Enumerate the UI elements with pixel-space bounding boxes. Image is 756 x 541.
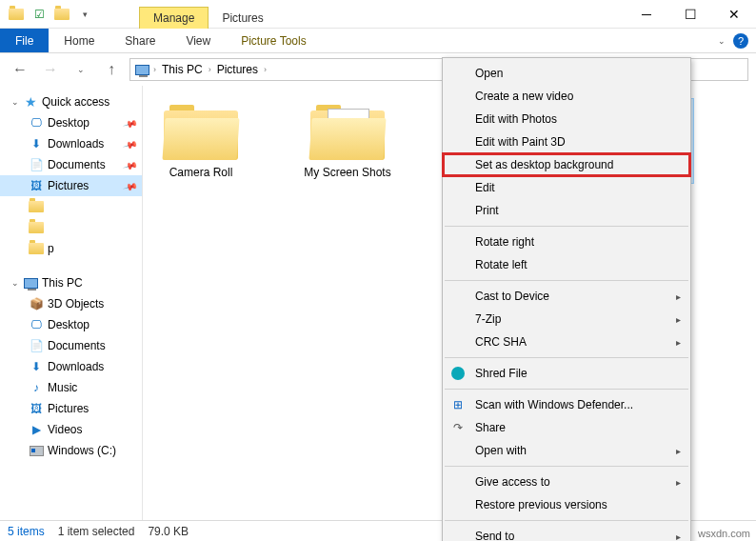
qat-dropdown-icon[interactable]: ▾ (74, 4, 95, 25)
context-menu-label: Restore previous versions (475, 498, 607, 511)
context-menu-restore-previous-versions[interactable]: Restore previous versions (443, 493, 690, 516)
context-menu-label: CRC SHA (475, 335, 527, 349)
pin-icon: 📌 (123, 136, 138, 151)
sidebar-item-videos[interactable]: ▶Videos (0, 419, 142, 440)
3d-icon: 📦 (29, 296, 44, 311)
context-menu-separator (445, 226, 688, 227)
back-button[interactable]: ← (8, 57, 32, 82)
context-menu-label: Set as desktop background (475, 158, 613, 171)
picture-tools-tab[interactable]: Picture Tools (226, 29, 321, 52)
documents-icon: 📄 (29, 338, 44, 353)
sidebar-item-label: Pictures (48, 179, 89, 192)
sidebar-item-pictures[interactable]: 🖼Pictures📌 (0, 175, 142, 196)
context-menu-open[interactable]: Open (443, 62, 690, 85)
context-menu-cast-to-device[interactable]: Cast to Device (443, 285, 690, 308)
context-menu-scan-with-windows-defender-[interactable]: ⊞Scan with Windows Defender... (443, 393, 690, 416)
up-button[interactable]: ↑ (99, 57, 124, 82)
expand-icon[interactable]: ⌄ (11, 97, 19, 107)
address-pc-icon (134, 62, 149, 77)
qat-open-icon[interactable] (51, 4, 72, 25)
quick-access-toolbar: ☑ ▾ (0, 4, 101, 25)
contextual-tab-area: Manage Pictures (139, 0, 277, 29)
share-tab[interactable]: Share (109, 29, 170, 52)
quick-access-node[interactable]: ⌄ ★ Quick access (0, 91, 142, 112)
sidebar-recent-folder[interactable]: p (0, 238, 142, 259)
navigation-pane: ⌄ ★ Quick access 🖵Desktop📌⬇Downloads📌📄Do… (0, 86, 143, 520)
context-menu-shred-file[interactable]: Shred File (443, 362, 690, 385)
pin-icon: 📌 (123, 178, 138, 193)
context-menu-label: Scan with Windows Defender... (475, 398, 633, 411)
sidebar-recent-folder[interactable] (0, 217, 142, 238)
folder-icon (310, 103, 385, 160)
sidebar-item-windows-c-[interactable]: Windows (C:) (0, 440, 142, 461)
context-menu-separator (445, 520, 688, 521)
view-tab[interactable]: View (170, 29, 226, 52)
sidebar-item-documents[interactable]: 📄Documents (0, 335, 142, 356)
sidebar-item-desktop[interactable]: 🖵Desktop (0, 314, 142, 335)
expand-icon[interactable]: ⌄ (11, 278, 19, 288)
help-icon[interactable]: ? (733, 33, 748, 49)
context-menu-7-zip[interactable]: 7-Zip (443, 308, 690, 331)
pc-icon (23, 275, 38, 291)
folder-icon (164, 103, 238, 160)
sidebar-item-music[interactable]: ♪Music (0, 377, 142, 398)
chevron-icon[interactable]: › (264, 65, 267, 74)
breadcrumb-this-pc[interactable]: This PC (160, 63, 205, 76)
context-menu-edit-with-paint-3d[interactable]: Edit with Paint 3D (443, 130, 690, 153)
close-button[interactable]: ✕ (712, 0, 756, 29)
sidebar-item-pictures[interactable]: 🖼Pictures (0, 398, 142, 419)
sidebar-item-label: Videos (48, 423, 82, 436)
qat-properties-icon[interactable]: ☑ (29, 4, 50, 25)
context-menu-label: Shred File (475, 367, 527, 380)
sidebar-item-desktop[interactable]: 🖵Desktop📌 (0, 112, 142, 133)
pictures-icon: 🖼 (29, 178, 44, 193)
forward-button[interactable]: → (38, 57, 63, 82)
context-menu: OpenCreate a new videoEdit with PhotosEd… (442, 57, 691, 541)
sidebar-item-label: p (48, 242, 54, 255)
file-item-my-screen-shots[interactable]: My Screen Shots (295, 99, 400, 183)
breadcrumb-pictures[interactable]: Pictures (215, 63, 260, 76)
context-menu-open-with[interactable]: Open with (443, 439, 690, 462)
sidebar-recent-folder[interactable] (0, 196, 142, 217)
qat-folder-icon[interactable] (6, 4, 27, 25)
desktop-icon: 🖵 (29, 115, 44, 130)
context-menu-print[interactable]: Print (443, 199, 690, 222)
context-menu-label: Edit (475, 181, 495, 194)
file-item-camera-roll[interactable]: Camera Roll (149, 99, 253, 183)
home-tab[interactable]: Home (49, 29, 109, 52)
sidebar-item-downloads[interactable]: ⬇Downloads📌 (0, 133, 142, 154)
context-menu-create-a-new-video[interactable]: Create a new video (443, 85, 690, 108)
context-menu-rotate-left[interactable]: Rotate left (443, 253, 690, 276)
sidebar-item-documents[interactable]: 📄Documents📌 (0, 154, 142, 175)
share-icon: ↷ (450, 420, 466, 435)
file-tab[interactable]: File (0, 29, 49, 52)
context-menu-edit[interactable]: Edit (443, 176, 690, 199)
title-bar: ☑ ▾ Manage Pictures ─ ☐ ✕ (0, 0, 756, 29)
status-size: 79.0 KB (148, 525, 189, 538)
context-menu-set-as-desktop-background[interactable]: Set as desktop background (443, 153, 690, 176)
context-menu-label: Rotate right (475, 235, 534, 249)
pictures-icon: 🖼 (29, 401, 44, 416)
ribbon-expand-icon[interactable]: ⌄ (718, 36, 726, 46)
context-menu-share[interactable]: ↷Share (443, 416, 690, 439)
maximize-button[interactable]: ☐ (668, 0, 712, 29)
sidebar-item-label: Windows (C:) (48, 444, 116, 457)
chevron-icon[interactable]: › (153, 65, 156, 74)
documents-icon: 📄 (29, 157, 44, 172)
context-menu-crc-sha[interactable]: CRC SHA (443, 331, 690, 353)
context-menu-rotate-right[interactable]: Rotate right (443, 230, 690, 253)
context-menu-send-to[interactable]: Send to (443, 525, 690, 541)
minimize-button[interactable]: ─ (625, 0, 668, 29)
sidebar-item-label: Desktop (48, 116, 90, 130)
chevron-icon[interactable]: › (209, 65, 211, 74)
this-pc-node[interactable]: ⌄ This PC (0, 272, 142, 293)
context-menu-give-access-to[interactable]: Give access to (443, 471, 690, 493)
folder-icon (29, 241, 44, 256)
recent-dropdown[interactable]: ⌄ (69, 57, 93, 82)
context-menu-label: Open (475, 67, 503, 80)
context-menu-edit-with-photos[interactable]: Edit with Photos (443, 108, 690, 130)
sidebar-item-3d-objects[interactable]: 📦3D Objects (0, 293, 142, 314)
sidebar-item-label: 3D Objects (48, 297, 104, 311)
manage-contextual-tab[interactable]: Manage (139, 7, 209, 29)
sidebar-item-downloads[interactable]: ⬇Downloads (0, 356, 142, 377)
